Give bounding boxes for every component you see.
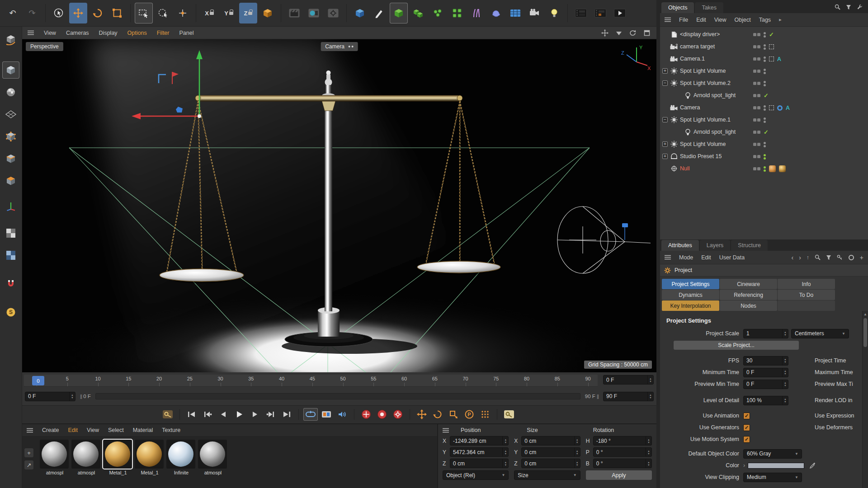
object-menu-file[interactable]: File — [679, 17, 688, 23]
ring-icon[interactable] — [848, 254, 854, 261]
material-menu-material[interactable]: Material — [133, 427, 153, 433]
attr-tab-key-interpolation[interactable]: Key Interpolation — [662, 300, 719, 311]
attributes-scrollbar[interactable]: ▲ — [862, 311, 868, 488]
texture-mode-button[interactable] — [2, 84, 19, 101]
layer-squares-icon[interactable] — [753, 118, 760, 122]
current-frame-field[interactable]: 0 F ▴▾ — [603, 375, 654, 385]
expander-icon[interactable]: + — [662, 68, 668, 74]
attr-tab-info[interactable]: Info — [778, 279, 835, 289]
material-menu-select[interactable]: Select — [108, 427, 124, 433]
viewport-menu-view[interactable]: View — [44, 30, 56, 36]
coordinate-system-button[interactable] — [259, 3, 277, 23]
expander-icon[interactable]: − — [662, 117, 668, 122]
stepper-icon[interactable]: ▴▾ — [782, 380, 788, 389]
layer-squares-icon[interactable] — [753, 57, 760, 61]
use-motion-system-checkbox[interactable]: ✓ — [743, 436, 750, 443]
visibility-dots-icon[interactable] — [764, 166, 766, 172]
tab-attributes[interactable]: Attributes — [661, 240, 699, 251]
material-item[interactable]: Infinite — [166, 440, 196, 475]
preview-min-time-field[interactable]: 0 F▴▾ — [743, 380, 788, 389]
polygons-mode-button[interactable] — [2, 172, 19, 189]
add-light-button[interactable] — [545, 3, 563, 23]
add-material-button[interactable]: + — [24, 448, 33, 457]
expand-chevron-icon[interactable]: › — [743, 462, 745, 469]
up-icon[interactable]: ↑ — [807, 254, 809, 261]
view-zoom-icon[interactable] — [616, 30, 622, 36]
visibility-dots-icon[interactable] — [764, 56, 766, 62]
playhead[interactable]: 0 — [32, 376, 44, 385]
edges-mode-button[interactable] — [2, 150, 19, 167]
object-menu-tags[interactable]: Tags — [759, 17, 771, 23]
layer-squares-icon[interactable] — [753, 143, 760, 146]
view-clipping-dropdown[interactable]: Medium▼ — [743, 473, 802, 482]
scale-tool[interactable] — [108, 3, 126, 23]
size-x-field[interactable]: 0 cm▴▾ — [521, 436, 580, 446]
goto-start-button[interactable] — [184, 408, 199, 421]
material-item[interactable]: atmospl — [198, 440, 228, 475]
record-scale-toggle[interactable] — [446, 408, 461, 421]
tweak-tool[interactable] — [174, 3, 192, 23]
range-start-field[interactable]: 0 F ▴▾ — [25, 392, 75, 401]
material-tag-icon[interactable] — [779, 165, 786, 172]
add-spline-button[interactable] — [370, 3, 388, 23]
object-menu-object[interactable]: Object — [735, 17, 751, 23]
make-editable-button[interactable] — [2, 31, 19, 48]
wrench-icon[interactable] — [857, 4, 863, 10]
stepper-icon[interactable]: ▴▾ — [782, 396, 788, 405]
position-z-field[interactable]: 0 cm▴▾ — [450, 459, 509, 468]
position-y-field[interactable]: 5472.364 cm▴▾ — [450, 447, 509, 457]
layer-squares-icon[interactable] — [753, 33, 760, 36]
viewport[interactable]: Perspective Camera Y Z X Grid Spacing : … — [22, 39, 656, 372]
key-icon[interactable] — [837, 254, 843, 260]
attribute-object-row[interactable]: Project — [660, 264, 868, 277]
range-out-marker[interactable]: 90 F || — [585, 394, 599, 399]
attr-tab-dynamics[interactable]: Dynamics — [662, 290, 719, 300]
eyedropper-icon[interactable] — [810, 463, 816, 469]
forward-icon[interactable]: › — [799, 254, 801, 261]
rotation-b-field[interactable]: 0 °▴▾ — [593, 459, 652, 468]
scale-project-button[interactable]: Scale Project... — [674, 341, 799, 350]
object-row[interactable]: Arnold spot_light✓ — [660, 126, 868, 138]
object-menu-edit[interactable]: Edit — [696, 17, 706, 23]
show-timeline-button[interactable] — [319, 408, 334, 421]
undo-button[interactable]: ↶ — [4, 3, 22, 23]
enable-check-icon[interactable]: ✓ — [769, 31, 774, 38]
camera-menu-icon[interactable] — [349, 46, 354, 47]
rotation-p-field[interactable]: 0 °▴▾ — [593, 447, 652, 457]
object-row[interactable]: <display driver>✓ — [660, 28, 868, 41]
material-item[interactable]: Metal_1 — [135, 440, 165, 475]
expander-icon[interactable]: + — [662, 154, 668, 159]
record-keyframe-button[interactable] — [359, 408, 373, 421]
load-material-button[interactable]: ↗ — [24, 460, 33, 469]
active-camera-icon[interactable] — [777, 105, 783, 111]
lock-x-axis-button[interactable]: X — [200, 3, 218, 23]
stepper-icon[interactable]: ▴▾ — [647, 392, 653, 401]
view-rotate-icon[interactable] — [629, 30, 637, 36]
snap-settings-button[interactable]: S — [2, 304, 19, 321]
add-camera-button[interactable] — [526, 3, 544, 23]
object-row[interactable]: −Spot Light Volume.1 — [660, 114, 868, 126]
visibility-dots-icon[interactable] — [764, 117, 766, 123]
timeline-window-button[interactable] — [572, 3, 590, 23]
arnold-tag-icon[interactable]: A — [777, 56, 781, 62]
viewport-menu-panel[interactable]: Panel — [179, 30, 193, 36]
material-item[interactable]: atmospl — [71, 440, 101, 475]
attribute-menu-mode[interactable]: Mode — [679, 254, 693, 261]
range-in-marker[interactable]: || 0 F — [80, 394, 91, 399]
filter-icon[interactable] — [826, 255, 831, 260]
menu-overflow-icon[interactable]: ▸ — [779, 17, 782, 23]
camera-label[interactable]: Camera — [321, 42, 358, 51]
loop-playback-toggle[interactable] — [303, 408, 318, 421]
visibility-dots-icon[interactable] — [764, 44, 766, 50]
use-animation-checkbox[interactable]: ✓ — [743, 413, 750, 419]
menu-icon[interactable] — [665, 255, 671, 260]
enable-axis-button[interactable] — [2, 197, 19, 215]
search-icon[interactable] — [835, 4, 840, 10]
record-pla-toggle[interactable] — [478, 408, 492, 421]
texture-axis-button[interactable] — [2, 247, 19, 264]
tab-structure[interactable]: Structure — [731, 240, 768, 251]
color-swatch[interactable] — [748, 463, 804, 469]
stepper-icon[interactable]: ▴▾ — [69, 392, 75, 401]
attr-tab-referencing[interactable]: Referencing — [720, 290, 777, 300]
add-generator-button[interactable] — [390, 3, 408, 23]
